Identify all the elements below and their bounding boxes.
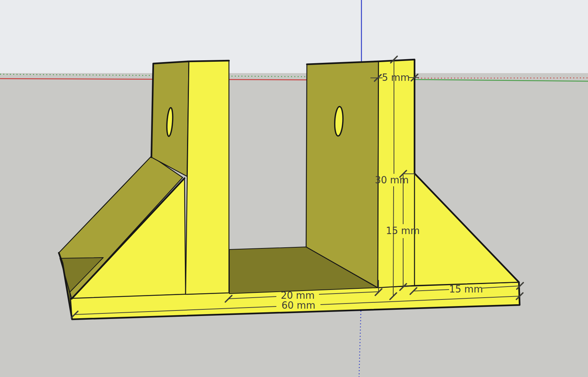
dimension-label-20mm[interactable]: 20 mm: [281, 290, 315, 301]
dimension-label-60mm[interactable]: 60 mm: [282, 300, 315, 311]
dimension-label-15mm-horizontal[interactable]: 15 mm: [449, 284, 483, 295]
model-canvas[interactable]: 5 mm 30 mm 15 mm 20 mm: [0, 0, 588, 377]
left-wall-front-face[interactable]: [186, 61, 229, 294]
cad-viewport[interactable]: 5 mm 30 mm 15 mm 20 mm: [0, 0, 588, 377]
sky-background: [0, 0, 588, 73]
dimension-label-30mm[interactable]: 30 mm: [375, 175, 409, 186]
dimension-label-15mm-vertical[interactable]: 15 mm: [386, 225, 420, 236]
dimension-label-5mm[interactable]: 5 mm: [382, 72, 409, 83]
